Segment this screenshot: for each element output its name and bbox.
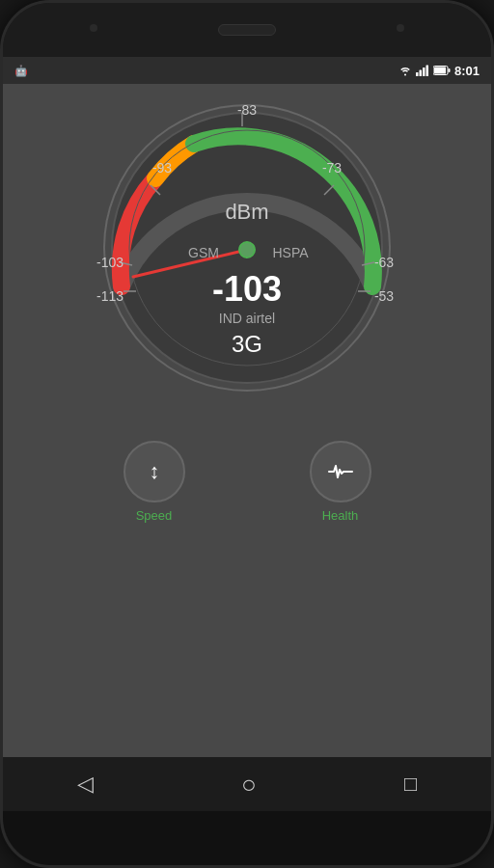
speaker-grill bbox=[218, 24, 276, 36]
phone-bottom-bar bbox=[3, 811, 491, 865]
svg-text:-103: -103 bbox=[212, 269, 282, 309]
speed-label: Speed bbox=[136, 508, 173, 523]
svg-text:IND airtel: IND airtel bbox=[219, 311, 275, 326]
health-icon bbox=[327, 458, 354, 485]
svg-rect-0 bbox=[416, 72, 419, 76]
svg-text:-63: -63 bbox=[374, 255, 394, 270]
svg-text:-83: -83 bbox=[237, 102, 257, 118]
health-button-circle[interactable] bbox=[310, 441, 371, 502]
svg-text:3G: 3G bbox=[232, 331, 262, 357]
svg-text:-93: -93 bbox=[152, 160, 172, 176]
gauge-svg: -113 -103 -93 -83 -73 -63 -53 GSM HSPA d… bbox=[93, 94, 401, 402]
action-buttons: ↕ Speed Health bbox=[3, 421, 491, 542]
recent-button[interactable]: □ bbox=[404, 772, 417, 797]
svg-text:-73: -73 bbox=[322, 160, 342, 176]
svg-text:HSPA: HSPA bbox=[272, 245, 309, 260]
android-icon: 🤖 bbox=[14, 65, 28, 77]
phone-frame: 🤖 8:01 ☰ bbox=[0, 0, 494, 868]
wifi-icon bbox=[398, 65, 412, 76]
svg-text:-53: -53 bbox=[374, 288, 394, 304]
health-label: Health bbox=[322, 508, 359, 523]
speed-icon: ↕ bbox=[141, 458, 168, 485]
speed-button-circle[interactable]: ↕ bbox=[124, 441, 185, 502]
svg-rect-2 bbox=[423, 68, 425, 76]
signal-gauge: -113 -103 -93 -83 -73 -63 -53 GSM HSPA d… bbox=[93, 94, 401, 402]
phone-top-bar bbox=[3, 3, 491, 57]
nav-bar: ◁ ○ □ bbox=[3, 757, 491, 811]
speed-button[interactable]: ↕ Speed bbox=[124, 441, 185, 523]
app-content-area: -113 -103 -93 -83 -73 -63 -53 GSM HSPA d… bbox=[3, 84, 491, 757]
svg-text:-103: -103 bbox=[96, 255, 124, 270]
svg-point-25 bbox=[239, 242, 255, 258]
sensor-dot bbox=[397, 24, 404, 32]
svg-text:-113: -113 bbox=[96, 288, 124, 304]
svg-text:dBm: dBm bbox=[225, 200, 268, 224]
svg-text:↕: ↕ bbox=[149, 459, 159, 483]
status-bar-left: 🤖 bbox=[14, 65, 28, 77]
status-icons-right: 8:01 bbox=[398, 64, 480, 78]
svg-rect-5 bbox=[448, 68, 450, 72]
status-time: 8:01 bbox=[454, 64, 480, 78]
home-button[interactable]: ○ bbox=[241, 770, 257, 800]
svg-text:GSM: GSM bbox=[188, 245, 219, 260]
health-button[interactable]: Health bbox=[310, 441, 371, 523]
camera-dot bbox=[90, 24, 97, 32]
battery-icon bbox=[433, 65, 451, 76]
svg-rect-3 bbox=[425, 66, 428, 77]
svg-rect-1 bbox=[419, 70, 422, 77]
status-bar: 🤖 8:01 bbox=[3, 57, 491, 84]
signal-icon bbox=[416, 65, 429, 76]
back-button[interactable]: ◁ bbox=[77, 772, 94, 797]
svg-rect-6 bbox=[434, 68, 446, 74]
